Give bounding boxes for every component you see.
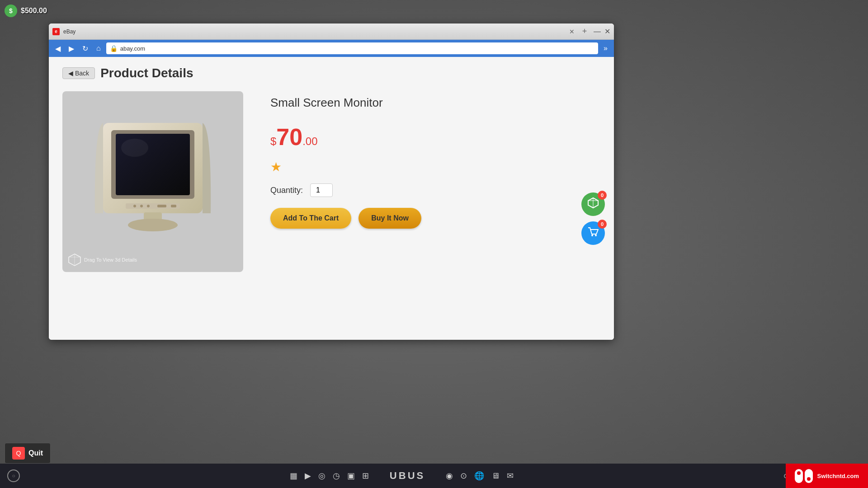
balance-display: $500.00 [21,7,47,15]
product-price: $70.00 [270,123,600,150]
taskbar-icon-6[interactable]: ⊞ [362,471,369,481]
quit-button[interactable]: Q Quit [5,443,51,464]
refresh-button[interactable]: ↻ [80,43,91,54]
star-rating: ★ [270,160,600,174]
inventory-badge: 0 [598,191,607,200]
inventory-icon [587,197,599,211]
svg-point-11 [128,219,178,231]
floating-buttons: 0 0 [581,192,605,245]
cube-icon [68,253,81,267]
taskbar-icon-8[interactable]: ⊙ [460,471,467,481]
nintendo-text: Switchntd.com [817,473,859,479]
svg-point-18 [591,235,593,236]
cart-button[interactable]: 0 [581,221,605,245]
back-button[interactable]: ◀ Back [62,67,95,79]
taskbar-icon-7[interactable]: ◉ [446,471,453,481]
svg-point-6 [140,205,143,207]
svg-rect-21 [805,469,813,483]
tab-close-button[interactable]: ✕ [568,28,576,35]
nintendo-logo-icon [795,468,813,484]
browser-tab-label: eBay [63,28,565,35]
product-details: Small Screen Monitor $70.00 ★ Quantity: … [270,91,600,229]
url-text: abay.com [120,45,145,52]
action-buttons: Add To The Cart Buy It Now [270,208,600,229]
home-button[interactable]: ⌂ [94,43,104,53]
close-button[interactable]: ✕ [604,27,610,36]
svg-point-7 [147,205,150,207]
taskbar-icon-2[interactable]: ▶ [305,471,311,481]
extensions-button[interactable]: » [601,43,610,53]
back-arrow-icon: ◀ [68,70,73,77]
page-content: ◀ Back Product Details [49,57,614,340]
taskbar-icon-3[interactable]: ◎ [318,471,326,481]
desktop: $ $500.00 e eBay ✕ + — ✕ ◀ ▶ ↻ ⌂ 🔒 abay.… [0,0,868,488]
page-title: Product Details [100,66,193,80]
price-cents: .00 [302,135,317,147]
url-bar[interactable]: 🔒 abay.com [106,42,598,54]
top-status-bar: $ $500.00 [5,5,47,17]
quit-icon: Q [12,447,25,460]
window-controls: — ✕ [594,27,610,36]
taskbar: ○ ▦ ▶ ◎ ◷ ▣ ⊞ UBUS ◉ ⊙ 🌐 🖥 ✉ ⊙ 🔊 📶 🔒 13:… [0,464,868,488]
inventory-button[interactable]: 0 [581,192,605,216]
taskbar-icon-1[interactable]: ▦ [290,471,297,481]
quantity-label: Quantity: [270,186,303,195]
buy-now-button[interactable]: Buy It Now [359,208,421,229]
cart-badge: 0 [598,220,607,229]
browser-window: e eBay ✕ + — ✕ ◀ ▶ ↻ ⌂ 🔒 abay.com » [49,23,614,340]
back-nav-button[interactable]: ◀ [52,43,63,54]
nintendo-badge[interactable]: Switchntd.com [786,464,868,488]
add-to-cart-button[interactable]: Add To The Cart [270,208,351,229]
taskbar-icon-11[interactable]: ✉ [507,471,514,481]
quit-label: Quit [28,449,43,457]
product-name: Small Screen Monitor [270,96,600,110]
svg-point-22 [797,471,801,475]
money-icon: $ [5,5,17,17]
svg-rect-9 [171,205,176,207]
taskbar-icon-9[interactable]: 🌐 [474,471,484,481]
browser-favicon: e [52,28,60,35]
product-image-container: Drag To View 3d Details [62,91,243,272]
drag-hint: Drag To View 3d Details [68,253,137,267]
svg-rect-8 [157,205,166,207]
product-image [90,114,216,249]
browser-titlebar: e eBay ✕ + — ✕ [49,23,614,40]
taskbar-icon-10[interactable]: 🖥 [491,471,500,481]
forward-nav-button[interactable]: ▶ [66,43,77,54]
price-main: 70 [276,124,302,150]
taskbar-center: ▦ ▶ ◎ ◷ ▣ ⊞ UBUS ◉ ⊙ 🌐 🖥 ✉ [290,470,514,482]
taskbar-icon-5[interactable]: ▣ [347,471,355,481]
back-label: Back [75,70,89,77]
svg-point-3 [121,139,148,157]
quantity-input[interactable] [310,183,333,197]
svg-rect-20 [795,469,803,483]
page-header: ◀ Back Product Details [62,66,600,80]
minimize-button[interactable]: — [594,28,601,36]
svg-point-23 [807,477,811,481]
browser-toolbar: ◀ ▶ ↻ ⌂ 🔒 abay.com » [49,40,614,57]
url-lock-icon: 🔒 [110,45,118,52]
svg-point-5 [133,205,136,207]
price-dollar-sign: $ [270,135,276,147]
svg-point-19 [595,235,597,236]
new-tab-button[interactable]: + [579,26,590,37]
product-layout: Drag To View 3d Details Small Screen Mon… [62,91,600,272]
quantity-section: Quantity: [270,183,600,197]
taskbar-circle-button[interactable]: ○ [7,469,20,482]
drag-hint-text: Drag To View 3d Details [84,257,137,263]
cart-icon [587,226,599,240]
taskbar-brand: UBUS [390,470,425,482]
taskbar-icon-4[interactable]: ◷ [333,471,340,481]
taskbar-left: ○ [7,469,20,482]
